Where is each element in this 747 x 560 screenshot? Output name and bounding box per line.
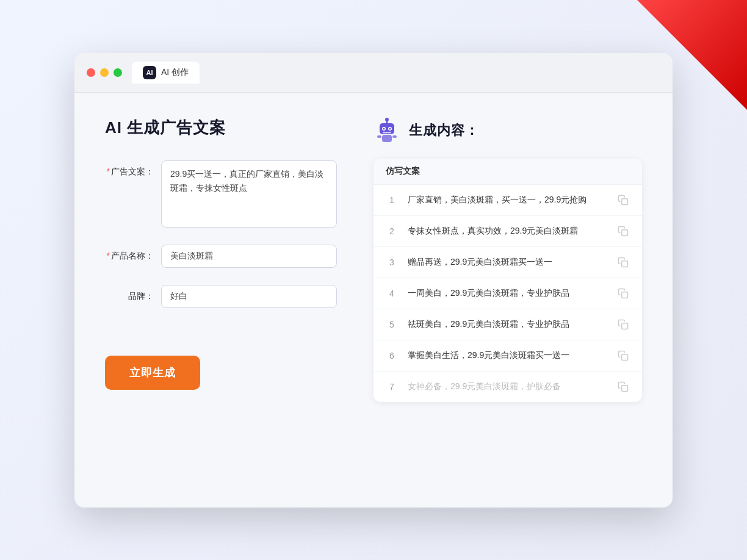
brand-label: 品牌： [105, 285, 154, 302]
row-number: 7 [386, 382, 398, 392]
required-star-2: * [107, 251, 110, 260]
required-star: * [107, 167, 110, 176]
table-header: 仿写文案 [374, 159, 642, 185]
svg-rect-16 [622, 354, 628, 360]
copy-icon[interactable] [616, 318, 630, 331]
svg-rect-10 [392, 135, 397, 138]
minimize-button[interactable] [100, 68, 109, 77]
title-bar: AI AI 创作 [74, 53, 673, 93]
left-panel: AI 生成广告文案 *广告文案： 29.9买一送一，真正的厂家直销，美白淡斑霜，… [105, 117, 337, 483]
row-number: 2 [386, 226, 398, 236]
svg-rect-9 [377, 135, 381, 138]
result-table: 仿写文案 1厂家直销，美白淡斑霜，买一送一，29.9元抢购 2专抹女性斑点，真实… [374, 159, 642, 402]
svg-rect-7 [383, 132, 391, 134]
svg-rect-15 [622, 323, 628, 329]
table-row: 4一周美白，29.9元美白淡斑霜，专业护肤品 [374, 278, 642, 309]
tab-icon: AI [143, 66, 156, 79]
copy-icon[interactable] [616, 349, 630, 362]
row-text: 专抹女性斑点，真实功效，29.9元美白淡斑霜 [408, 224, 607, 237]
copy-icon[interactable] [616, 256, 630, 269]
brand-group: 品牌： [105, 285, 337, 308]
row-text: 女神必备，29.9元美白淡斑霜，护肤必备 [408, 380, 607, 393]
row-number: 5 [386, 320, 398, 329]
row-number: 3 [386, 257, 398, 267]
svg-rect-14 [622, 292, 628, 298]
result-rows-container: 1厂家直销，美白淡斑霜，买一送一，29.9元抢购 2专抹女性斑点，真实功效，29… [374, 185, 642, 402]
table-row: 7女神必备，29.9元美白淡斑霜，护肤必备 [374, 372, 642, 402]
table-row: 3赠品再送，29.9元美白淡斑霜买一送一 [374, 247, 642, 278]
svg-point-5 [383, 127, 385, 129]
product-name-group: *产品名称： [105, 245, 337, 268]
maximize-button[interactable] [114, 68, 122, 77]
svg-rect-17 [622, 385, 628, 391]
traffic-lights [87, 68, 122, 77]
svg-rect-12 [622, 229, 628, 235]
svg-rect-13 [622, 260, 628, 267]
ad-copy-group: *广告文案： 29.9买一送一，真正的厂家直销，美白淡斑霜，专抹女性斑点 [105, 160, 337, 228]
row-text: 祛斑美白，29.9元美白淡斑霜，专业护肤品 [408, 318, 607, 331]
table-row: 5祛斑美白，29.9元美白淡斑霜，专业护肤品 [374, 309, 642, 340]
browser-window: AI AI 创作 AI 生成广告文案 *广告文案： 29.9买一送一，真正的厂家… [74, 53, 673, 508]
table-row: 1厂家直销，美白淡斑霜，买一送一，29.9元抢购 [374, 185, 642, 216]
svg-point-6 [389, 127, 391, 129]
table-row: 2专抹女性斑点，真实功效，29.9元美白淡斑霜 [374, 216, 642, 247]
main-content: AI 生成广告文案 *广告文案： 29.9买一送一，真正的厂家直销，美白淡斑霜，… [74, 93, 673, 508]
ai-creation-tab[interactable]: AI AI 创作 [132, 62, 200, 84]
row-text: 掌握美白生活，29.9元美白淡斑霜买一送一 [408, 349, 607, 362]
svg-rect-8 [382, 135, 392, 142]
row-number: 6 [386, 351, 398, 361]
row-text: 厂家直销，美白淡斑霜，买一送一，29.9元抢购 [408, 193, 607, 206]
table-row: 6掌握美白生活，29.9元美白淡斑霜买一送一 [374, 340, 642, 372]
tab-label: AI 创作 [161, 67, 189, 78]
copy-icon[interactable] [616, 193, 630, 207]
ad-copy-input[interactable]: 29.9买一送一，真正的厂家直销，美白淡斑霜，专抹女性斑点 [161, 160, 337, 228]
copy-icon[interactable] [616, 287, 630, 300]
row-number: 1 [386, 195, 398, 205]
page-title: AI 生成广告文案 [105, 117, 337, 138]
svg-point-1 [385, 118, 389, 121]
ad-copy-label: *广告文案： [105, 160, 154, 178]
row-number: 4 [386, 289, 398, 298]
right-panel: 生成内容： 仿写文案 1厂家直销，美白淡斑霜，买一送一，29.9元抢购 2专抹女… [374, 117, 642, 483]
product-name-input[interactable] [161, 245, 337, 268]
close-button[interactable] [87, 68, 95, 77]
result-title: 生成内容： [409, 121, 479, 140]
svg-rect-11 [622, 198, 628, 204]
brand-input[interactable] [161, 285, 337, 308]
generate-button[interactable]: 立即生成 [105, 356, 200, 390]
row-text: 赠品再送，29.9元美白淡斑霜买一送一 [408, 256, 607, 268]
copy-icon[interactable] [616, 380, 630, 393]
robot-icon [374, 117, 400, 144]
product-name-label: *产品名称： [105, 245, 154, 262]
row-text: 一周美白，29.9元美白淡斑霜，专业护肤品 [408, 287, 607, 300]
copy-icon[interactable] [616, 224, 630, 238]
result-header: 生成内容： [374, 117, 642, 144]
